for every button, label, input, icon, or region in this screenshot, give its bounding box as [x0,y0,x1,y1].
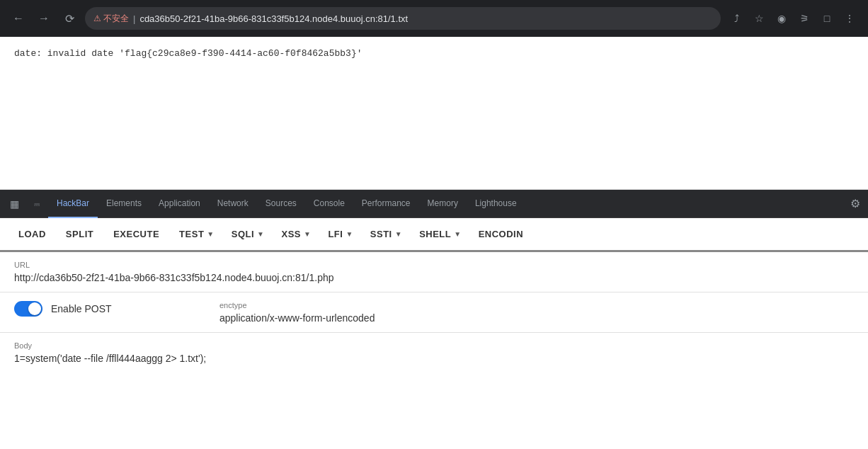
enctype-label: enctype [219,301,854,309]
tab-memory[interactable]: Memory [419,190,467,218]
post-enctype-row: Enable POST enctype application/x-www-fo… [0,292,868,333]
xss-label: XSS [281,229,301,239]
tab-lighthouse-label: Lighthouse [475,198,517,208]
back-button[interactable]: ← [8,8,28,28]
security-text: 不安全 [103,13,129,25]
lfi-dropdown[interactable]: LFI ▼ [321,224,357,244]
encoding-button[interactable]: ENCODIN [472,224,530,244]
tab-hackbar[interactable]: HackBar [48,190,98,218]
sqli-arrow-icon: ▼ [257,230,264,238]
test-arrow-icon: ▼ [207,230,214,238]
account-button[interactable]: ◉ [772,8,792,28]
shell-dropdown[interactable]: SHELL ▼ [412,224,466,244]
url-value[interactable]: http://cda36b50-2f21-41ba-9b66-831c33f5b… [14,272,854,283]
browser-chrome: ← → ⟳ ⚠ 不安全 | cda36b50-2f21-41ba-9b66-83… [0,0,868,37]
tab-application-label: Application [159,198,200,208]
bookmark-button[interactable]: ☆ [749,8,769,28]
tab-performance-label: Performance [362,198,411,208]
window-button[interactable]: □ [817,8,837,28]
tab-network[interactable]: Network [209,190,257,218]
url-section: URL http://cda36b50-2f21-41ba-9b66-831c3… [0,252,868,292]
tab-elements[interactable]: Elements [98,190,150,218]
xss-dropdown[interactable]: XSS ▼ [274,224,315,244]
tab-memory-label: Memory [428,198,458,208]
ssti-label: SSTI [370,229,392,239]
execute-button[interactable]: EXECUTE [106,224,166,244]
inspect-element-button[interactable]: ▦ [3,193,25,215]
shell-arrow-icon: ▼ [454,230,461,238]
address-bar[interactable]: ⚠ 不安全 | cda36b50-2f21-41ba-9b66-831c33f5… [85,7,721,30]
devtools-tab-bar: ▦ ⎓ HackBar Elements Application Network… [0,190,868,218]
test-dropdown[interactable]: TEST ▼ [172,224,219,244]
split-button[interactable]: SPLIT [59,224,101,244]
ssti-arrow-icon: ▼ [395,230,402,238]
test-label: TEST [179,229,204,239]
body-label: Body [14,341,854,350]
toggle-container[interactable] [14,301,42,317]
sqli-label: SQLI [232,229,254,239]
body-value[interactable]: 1=system('date --file /ffll444aaggg 2> 1… [14,353,854,364]
devtools-panel: ▦ ⎓ HackBar Elements Application Network… [0,189,868,375]
url-label: URL [14,261,854,269]
page-text: date: invalid date 'flag{c29ca8e9-f390-4… [14,48,362,59]
hackbar-toolbar: LOAD SPLIT EXECUTE TEST ▼ SQLI ▼ XSS ▼ L… [0,218,868,252]
devtools-settings-button[interactable]: ⚙ [845,194,865,214]
load-button[interactable]: LOAD [11,224,53,244]
page-content: date: invalid date 'flag{c29ca8e9-f390-4… [0,37,868,189]
device-toolbar-button[interactable]: ⎓ [25,193,48,215]
tab-performance[interactable]: Performance [353,190,419,218]
tab-lighthouse[interactable]: Lighthouse [467,190,525,218]
enable-post-label: Enable POST [51,303,112,314]
tab-console-label: Console [314,198,345,208]
sqli-dropdown[interactable]: SQLI ▼ [224,224,269,244]
reload-button[interactable]: ⟳ [59,8,79,28]
lfi-arrow-icon: ▼ [346,230,353,238]
extensions-button[interactable]: ⚞ [794,8,814,28]
forward-button[interactable]: → [34,8,54,28]
tab-application[interactable]: Application [150,190,209,218]
hackbar-content: URL http://cda36b50-2f21-41ba-9b66-831c3… [0,252,868,375]
chrome-icons: ⤴ ☆ ◉ ⚞ □ ⋮ [726,8,860,28]
xss-arrow-icon: ▼ [304,230,311,238]
enctype-section: enctype application/x-www-form-urlencode… [219,301,854,324]
tab-hackbar-label: HackBar [57,198,89,208]
enctype-value[interactable]: application/x-www-form-urlencoded [219,312,854,324]
enable-post-section: Enable POST [14,301,191,317]
tab-network-label: Network [217,198,249,208]
toggle-thumb [28,302,41,315]
address-separator: | [133,13,135,24]
tab-sources[interactable]: Sources [257,190,305,218]
address-url: cda36b50-2f21-41ba-9b66-831c33f5b124.nod… [139,13,408,24]
tab-sources-label: Sources [265,198,297,208]
shell-label: SHELL [419,229,451,239]
warning-icon: ⚠ [93,13,101,23]
tab-console[interactable]: Console [305,190,353,218]
share-button[interactable]: ⤴ [726,8,746,28]
tab-elements-label: Elements [106,198,142,208]
menu-button[interactable]: ⋮ [840,8,860,28]
lfi-label: LFI [328,229,343,239]
toggle-track[interactable] [14,301,42,317]
body-section: Body 1=system('date --file /ffll444aaggg… [0,333,868,375]
security-warning: ⚠ 不安全 [93,13,129,25]
ssti-dropdown[interactable]: SSTI ▼ [363,224,406,244]
